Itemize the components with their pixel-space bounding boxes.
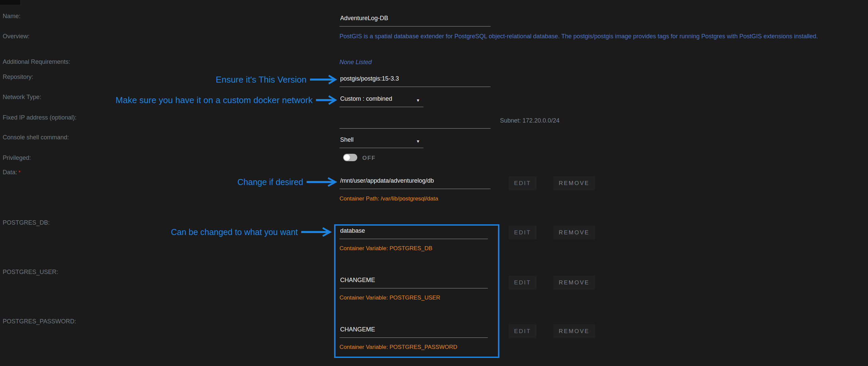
subnet-text: Subnet: 172.20.0.0/24 (500, 117, 559, 124)
data-annotation-text: Change if desired (238, 177, 303, 187)
console-shell-select[interactable]: Shell ▼ (339, 136, 424, 148)
remove-button[interactable]: REMOVE (553, 324, 595, 338)
postgres-user-input[interactable] (339, 276, 488, 288)
postgres-db-input[interactable] (339, 227, 488, 239)
arrow-right-icon (310, 74, 338, 85)
container-variable-user-text: Container Variable: POSTGRES_USER (339, 294, 440, 301)
toggle-knob (344, 154, 350, 160)
network-type-label: Network Type: (3, 93, 41, 101)
edit-button[interactable]: EDIT (509, 276, 536, 289)
privileged-toggle[interactable] (343, 154, 357, 161)
data-annotation: Change if desired (238, 177, 338, 187)
overview-text: PostGIS is a spatial database extender f… (339, 33, 818, 40)
corner-strip (0, 0, 20, 5)
console-shell-selected: Shell (340, 136, 353, 143)
required-asterisk: * (19, 169, 21, 175)
highlight-box (334, 224, 499, 358)
postgres-password-input[interactable] (339, 325, 488, 338)
docker-template-form: Name: Overview: Additional Requirements:… (0, 0, 868, 366)
console-shell-label: Console shell command: (3, 134, 69, 141)
remove-button[interactable]: REMOVE (553, 276, 595, 289)
postgres-db-annotation-text: Can be changed to what you want (171, 227, 298, 237)
network-annotation: Make sure you have it on a custom docker… (116, 95, 338, 105)
fixed-ip-input[interactable] (339, 116, 491, 129)
fixed-ip-label: Fixed IP address (optional): (3, 114, 76, 121)
repository-annotation-text: Ensure it's This Version (216, 74, 307, 85)
postgres-db-annotation: Can be changed to what you want (171, 227, 332, 237)
data-path-input[interactable] (339, 177, 491, 189)
edit-button[interactable]: EDIT (509, 176, 536, 190)
chevron-down-icon: ▼ (416, 96, 420, 104)
name-label: Name: (3, 12, 21, 20)
network-type-select[interactable]: Custom : combined ▼ (339, 95, 424, 107)
network-type-selected: Custom : combined (340, 95, 392, 102)
additional-requirements-label: Additional Requirements: (3, 58, 70, 65)
repository-label: Repository: (3, 73, 33, 81)
postgres-password-label: POSTGRES_PASSWORD: (3, 318, 76, 325)
repository-input[interactable] (339, 74, 491, 87)
overview-label: Overview: (3, 33, 30, 40)
postgres-user-label: POSTGRES_USER: (3, 268, 58, 276)
privileged-state-label: OFF (362, 155, 376, 161)
privileged-label: Privileged: (3, 154, 31, 161)
data-label-text: Data: (3, 169, 17, 176)
remove-button[interactable]: REMOVE (553, 176, 595, 190)
container-variable-db-text: Container Variable: POSTGRES_DB (339, 245, 433, 252)
postgres-db-label: POSTGRES_DB: (3, 219, 50, 226)
data-label: Data:* (3, 169, 21, 176)
chevron-down-icon: ▼ (416, 137, 420, 145)
arrow-right-icon (301, 227, 332, 237)
remove-button[interactable]: REMOVE (553, 226, 595, 239)
additional-requirements-value: None Listed (339, 58, 372, 66)
arrow-right-icon (307, 177, 338, 187)
container-variable-password-text: Container Variable: POSTGRES_PASSWORD (339, 343, 457, 350)
container-path-text: Container Path: /var/lib/postgresql/data (339, 195, 438, 202)
edit-button[interactable]: EDIT (509, 324, 536, 338)
edit-button[interactable]: EDIT (509, 226, 536, 239)
arrow-right-icon (316, 95, 338, 105)
name-input[interactable] (339, 14, 491, 27)
repository-annotation: Ensure it's This Version (216, 74, 338, 85)
network-annotation-text: Make sure you have it on a custom docker… (116, 95, 313, 105)
